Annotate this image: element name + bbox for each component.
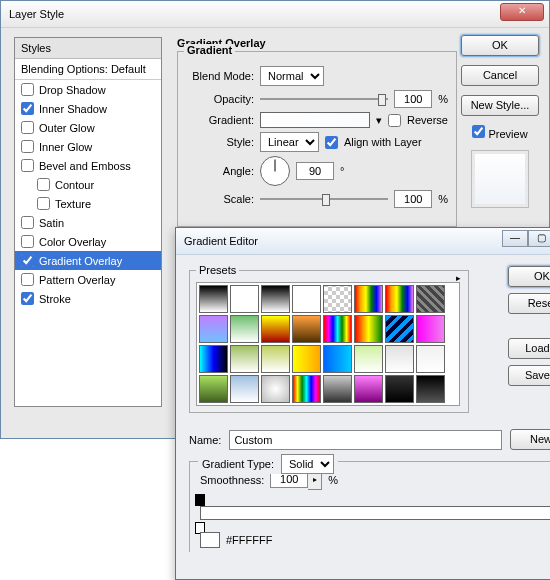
- preset-swatch[interactable]: [292, 285, 321, 313]
- load-button[interactable]: Load...: [508, 338, 550, 359]
- style-label: Satin: [39, 217, 64, 229]
- align-checkbox[interactable]: [325, 136, 338, 149]
- preset-swatch[interactable]: [323, 285, 352, 313]
- style-checkbox[interactable]: [21, 254, 34, 267]
- preset-swatch[interactable]: [199, 375, 228, 403]
- angle-dial[interactable]: [260, 156, 290, 186]
- style-item-drop-shadow[interactable]: Drop Shadow: [15, 80, 161, 99]
- opacity-stop-left[interactable]: [195, 494, 205, 506]
- preset-swatch[interactable]: [199, 345, 228, 373]
- preset-swatch[interactable]: [354, 345, 383, 373]
- style-checkbox[interactable]: [21, 140, 34, 153]
- maximize-icon[interactable]: ▢: [528, 230, 550, 247]
- preset-swatch[interactable]: [230, 285, 259, 313]
- minimize-icon[interactable]: —: [502, 230, 528, 247]
- style-checkbox[interactable]: [21, 292, 34, 305]
- preset-swatch[interactable]: [416, 345, 445, 373]
- opacity-slider[interactable]: [260, 92, 388, 106]
- preset-swatch[interactable]: [230, 375, 259, 403]
- style-checkbox[interactable]: [21, 121, 34, 134]
- preset-swatch[interactable]: [416, 315, 445, 343]
- color-swatch[interactable]: [200, 532, 220, 548]
- style-item-gradient-overlay[interactable]: Gradient Overlay: [15, 251, 161, 270]
- preset-swatch[interactable]: [230, 345, 259, 373]
- angle-label: Angle:: [186, 165, 254, 177]
- style-item-bevel-and-emboss[interactable]: Bevel and Emboss: [15, 156, 161, 175]
- blend-mode-select[interactable]: Normal: [260, 66, 324, 86]
- style-item-color-overlay[interactable]: Color Overlay: [15, 232, 161, 251]
- ok-button[interactable]: OK: [461, 35, 539, 56]
- preset-swatch[interactable]: [385, 345, 414, 373]
- preset-swatch[interactable]: [416, 285, 445, 313]
- preset-swatch[interactable]: [292, 375, 321, 403]
- opacity-input[interactable]: [394, 90, 432, 108]
- style-item-outer-glow[interactable]: Outer Glow: [15, 118, 161, 137]
- style-checkbox[interactable]: [21, 216, 34, 229]
- preset-swatch[interactable]: [199, 315, 228, 343]
- blend-mode-label: Blend Mode:: [186, 70, 254, 82]
- preset-swatch[interactable]: [323, 345, 352, 373]
- style-checkbox[interactable]: [21, 159, 34, 172]
- preset-swatch[interactable]: [261, 345, 290, 373]
- preset-swatch[interactable]: [323, 315, 352, 343]
- scale-input[interactable]: [394, 190, 432, 208]
- presets-menu-icon[interactable]: ▸: [456, 273, 461, 283]
- preset-swatch[interactable]: [354, 315, 383, 343]
- preset-swatch[interactable]: [292, 315, 321, 343]
- style-item-satin[interactable]: Satin: [15, 213, 161, 232]
- gradient-label: Gradient:: [186, 114, 254, 126]
- preset-swatch[interactable]: [261, 315, 290, 343]
- layer-style-titlebar[interactable]: Layer Style ✕: [1, 1, 549, 28]
- reset-button[interactable]: Reset: [508, 293, 550, 314]
- preset-swatch[interactable]: [354, 285, 383, 313]
- styles-header[interactable]: Styles: [15, 38, 161, 59]
- cancel-button[interactable]: Cancel: [461, 65, 539, 86]
- style-item-texture[interactable]: Texture: [15, 194, 161, 213]
- style-select[interactable]: Linear: [260, 132, 319, 152]
- style-label: Color Overlay: [39, 236, 106, 248]
- gradient-editor-titlebar[interactable]: Gradient Editor — ▢ ✕: [176, 228, 550, 255]
- ok-button[interactable]: OK: [508, 266, 550, 287]
- preset-swatch[interactable]: [385, 285, 414, 313]
- style-checkbox[interactable]: [21, 83, 34, 96]
- preset-swatch[interactable]: [385, 315, 414, 343]
- gradient-type-select[interactable]: Solid: [281, 454, 334, 474]
- style-item-inner-shadow[interactable]: Inner Shadow: [15, 99, 161, 118]
- save-button[interactable]: Save...: [508, 365, 550, 386]
- style-label: Style:: [186, 136, 254, 148]
- preset-swatch[interactable]: [261, 375, 290, 403]
- preset-swatch[interactable]: [230, 315, 259, 343]
- reverse-checkbox[interactable]: [388, 114, 401, 127]
- name-input[interactable]: [229, 430, 502, 450]
- style-checkbox[interactable]: [21, 102, 34, 115]
- preset-swatch[interactable]: [385, 375, 414, 403]
- style-item-contour[interactable]: Contour: [15, 175, 161, 194]
- gradient-type-label: Gradient Type:: [202, 458, 274, 470]
- preset-swatch[interactable]: [261, 285, 290, 313]
- style-checkbox[interactable]: [37, 178, 50, 191]
- preset-swatch[interactable]: [354, 375, 383, 403]
- style-checkbox[interactable]: [21, 235, 34, 248]
- new-button[interactable]: New: [510, 429, 550, 450]
- preset-swatch[interactable]: [416, 375, 445, 403]
- gradient-strip[interactable]: [200, 496, 550, 532]
- preview-checkbox[interactable]: [472, 125, 485, 138]
- close-icon[interactable]: ✕: [500, 3, 544, 21]
- scale-slider[interactable]: [260, 192, 388, 206]
- style-checkbox[interactable]: [37, 197, 50, 210]
- angle-input[interactable]: [296, 162, 334, 180]
- style-checkbox[interactable]: [21, 273, 34, 286]
- style-label: Gradient Overlay: [39, 255, 122, 267]
- preset-swatches: ▸: [196, 282, 460, 406]
- style-item-pattern-overlay[interactable]: Pattern Overlay: [15, 270, 161, 289]
- preset-swatch[interactable]: [199, 285, 228, 313]
- style-item-stroke[interactable]: Stroke: [15, 289, 161, 308]
- opacity-label: Opacity:: [186, 93, 254, 105]
- preset-swatch[interactable]: [292, 345, 321, 373]
- style-item-inner-glow[interactable]: Inner Glow: [15, 137, 161, 156]
- new-style-button[interactable]: New Style...: [461, 95, 539, 116]
- gradient-picker[interactable]: [260, 112, 370, 128]
- blending-options[interactable]: Blending Options: Default: [15, 59, 161, 80]
- chevron-down-icon[interactable]: ▾: [376, 114, 382, 127]
- preset-swatch[interactable]: [323, 375, 352, 403]
